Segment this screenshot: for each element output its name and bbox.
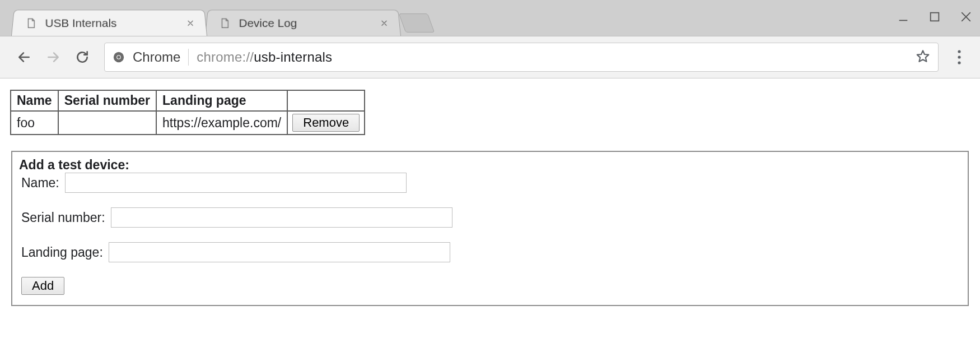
serial-input[interactable]: [111, 207, 452, 228]
tab-title: Device Log: [239, 16, 372, 29]
add-device-fieldset: Add a test device: Name: Serial number: …: [11, 151, 969, 306]
tab-usb-internals[interactable]: USB Internals: [11, 10, 207, 36]
name-input[interactable]: [65, 173, 407, 193]
table-row: foo https://example.com/ Remove: [11, 111, 365, 135]
toolbar: Chrome chrome://usb-internals: [0, 36, 980, 78]
url-text: chrome://usb-internals: [197, 49, 908, 65]
chrome-icon: [113, 51, 125, 63]
close-icon[interactable]: [185, 18, 195, 27]
maximize-icon[interactable]: [928, 11, 941, 26]
page-icon: [25, 17, 38, 29]
close-icon[interactable]: [379, 18, 389, 27]
close-window-icon[interactable]: [960, 11, 972, 26]
svg-point-6: [958, 61, 960, 64]
page-content: Name Serial number Landing page foo http…: [0, 78, 980, 317]
col-serial: Serial number: [58, 90, 156, 111]
col-landing: Landing page: [156, 90, 287, 111]
svg-point-3: [117, 55, 120, 59]
tab-strip: USB Internals Device Log: [0, 0, 980, 36]
remove-button[interactable]: Remove: [292, 114, 360, 132]
landing-label: Landing page:: [21, 245, 103, 260]
forward-button[interactable]: [40, 44, 66, 70]
page-icon: [219, 17, 231, 29]
add-button[interactable]: Add: [21, 277, 64, 295]
fieldset-legend: Add a test device:: [19, 158, 956, 173]
kebab-menu-icon[interactable]: [946, 44, 972, 70]
address-bar[interactable]: Chrome chrome://usb-internals: [104, 43, 939, 72]
form-actions: Add: [21, 277, 959, 295]
window-controls: [897, 0, 972, 36]
cell-name: foo: [11, 111, 58, 135]
divider: [188, 49, 189, 66]
origin-chip: Chrome: [133, 49, 180, 65]
cell-serial: [58, 111, 156, 135]
svg-rect-0: [931, 12, 939, 21]
col-name: Name: [11, 90, 58, 111]
minimize-icon[interactable]: [897, 11, 909, 26]
svg-point-4: [958, 50, 960, 53]
serial-label: Serial number:: [21, 210, 105, 225]
row-name: Name:: [21, 173, 959, 193]
row-landing: Landing page:: [21, 242, 959, 262]
reload-button[interactable]: [69, 44, 95, 70]
svg-point-5: [958, 55, 960, 58]
table-header-row: Name Serial number Landing page: [11, 90, 365, 111]
col-actions: [287, 90, 365, 111]
bookmark-star-icon[interactable]: [916, 49, 930, 66]
landing-input[interactable]: [109, 242, 450, 262]
name-label: Name:: [21, 175, 59, 191]
cell-landing: https://example.com/: [156, 111, 287, 135]
tab-title: USB Internals: [45, 16, 178, 29]
back-button[interactable]: [11, 44, 37, 70]
row-serial: Serial number:: [21, 207, 959, 228]
devices-table: Name Serial number Landing page foo http…: [10, 90, 365, 135]
new-tab-button[interactable]: [399, 13, 435, 33]
cell-actions: Remove: [287, 111, 365, 135]
tab-device-log[interactable]: Device Log: [205, 10, 401, 36]
